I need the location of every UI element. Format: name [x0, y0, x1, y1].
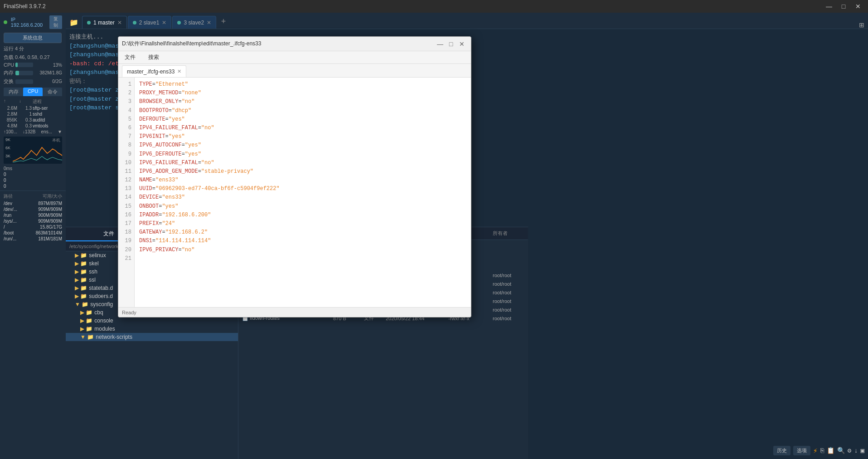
editor-status: Ready — [122, 310, 136, 315]
disk-row-7: /run/...181M/181M — [0, 236, 66, 242]
editor-dialog: D:\软件\Finallshell\finalshell\temp\edit\m… — [118, 36, 471, 317]
tab-label-slave2: 3 slave2 — [184, 20, 204, 26]
sidebar-tab-cmd[interactable]: 命令 — [43, 88, 62, 96]
disk-row-3: /run900M/909M — [0, 212, 66, 218]
disk-header: 路径 可用/大小 — [0, 192, 66, 200]
tab-slave2[interactable]: 3 slave2 ✕ — [172, 16, 216, 29]
folder-icon-sudoers: ▶ 📁 — [75, 293, 87, 299]
sidebar-divider — [0, 190, 66, 191]
load-label: 负载 0.46, 0.58, 0.27 — [0, 54, 66, 61]
download-icon[interactable]: ↓ — [854, 447, 858, 454]
disk-row-6: /boot863M/1014M — [0, 230, 66, 236]
maximize-button[interactable]: □ — [837, 2, 850, 11]
editor-menubar: 文件 搜索 — [118, 51, 471, 64]
editor-close-button[interactable]: ✕ — [456, 39, 467, 49]
options-button[interactable]: 选项 — [793, 446, 810, 455]
net-stats-3: 0 — [0, 183, 66, 189]
editor-statusbar: Ready — [118, 307, 471, 317]
disk-row-5: /15.8G/17G — [0, 224, 66, 230]
editor-tab-main[interactable]: master_.ifcfg-ens33 ✕ — [122, 65, 186, 77]
swap-bar-row: 交换 0/2G — [0, 77, 66, 86]
net-traffic-row: ↑100... ↓132B ens... ▼ — [0, 129, 66, 135]
folder-icon-statetab: ▶ 📁 — [75, 285, 87, 291]
tab-bar-right: ⊞ — [859, 21, 868, 29]
latency-row: 0ms — [0, 166, 66, 171]
cpu-bar-track — [15, 63, 33, 67]
tab-label-slave1: 2 slave1 — [139, 20, 160, 26]
cpu-bar-fill — [15, 63, 18, 67]
process-header: ↑ ↓ 进程 — [0, 98, 66, 105]
copy-icon[interactable]: ⎘ — [820, 447, 824, 454]
folder-icon-console: ▶ 📁 — [80, 317, 92, 324]
net-stats-2: 0 — [0, 177, 66, 183]
tab-close-slave1[interactable]: ✕ — [162, 20, 166, 26]
mem-val: 382M/1.8G — [35, 70, 62, 75]
tab-close-slave2[interactable]: ✕ — [207, 20, 211, 26]
editor-minimize-button[interactable]: — — [435, 39, 446, 49]
tab-master[interactable]: 1 master ✕ — [82, 16, 127, 29]
folder-icon-cbq: ▶ 📁 — [80, 309, 92, 316]
editor-maximize-button[interactable]: □ — [446, 39, 456, 49]
uptime-label: 运行 4 分 — [0, 44, 66, 54]
history-button[interactable]: 历史 — [773, 446, 790, 455]
tab-slave1[interactable]: 2 slave1 ✕ — [128, 16, 172, 29]
minimize-button[interactable]: — — [823, 2, 835, 11]
mem-bar-row: 内存 382M/1.8G — [0, 68, 66, 77]
grid-icon[interactable]: ⊞ — [859, 21, 864, 29]
tree-modules[interactable]: ▶ 📁 modules — [66, 325, 238, 333]
swap-val: 0/2G — [35, 79, 62, 84]
sidebar: IP 192.168.6.200 复制 系统信息 运行 4 分 负载 0.46,… — [0, 13, 66, 459]
process-row-3: 856K 0.3 auditd — [0, 117, 66, 123]
sys-info-button[interactable]: 系统信息 — [4, 33, 62, 43]
editor-tabs: master_.ifcfg-ens33 ✕ — [118, 64, 471, 78]
folder-icon-skel: ▶ 📁 — [75, 260, 87, 267]
line-numbers: 123456789101112131415161718192021 — [118, 78, 135, 307]
cpu-bar-row: CPU 13% — [0, 61, 66, 68]
menu-file[interactable]: 文件 — [122, 53, 138, 62]
folder-icon-modules: ▶ 📁 — [80, 326, 92, 332]
copy-ip-button[interactable]: 复制 — [49, 15, 62, 29]
connection-status-dot — [4, 20, 7, 24]
editor-tab-close[interactable]: ✕ — [177, 68, 181, 74]
folder-icon[interactable]: 📁 — [68, 18, 80, 27]
menu-search[interactable]: 搜索 — [145, 53, 162, 62]
net-stats-1: 0 — [0, 171, 66, 177]
close-button[interactable]: ✕ — [852, 2, 864, 11]
network-chart: 9K 6K 3K 本机 — [4, 137, 62, 164]
editor-title: D:\软件\Finallshell\finalshell\temp\edit\m… — [122, 40, 435, 48]
editor-content: 123456789101112131415161718192021 TYPE="… — [118, 78, 471, 307]
col-owner: 所有者 — [493, 230, 524, 237]
tab-dot-slave1 — [133, 21, 136, 24]
terminal-icon[interactable]: ▣ — [861, 447, 864, 454]
paste-icon[interactable]: 📋 — [827, 447, 834, 454]
lightning-icon[interactable]: ⚡ — [813, 446, 818, 455]
tab-dot-slave2 — [177, 21, 181, 24]
new-tab-button[interactable]: + — [217, 15, 230, 28]
folder-icon-selinux: ▶ 📁 — [75, 252, 87, 259]
bottom-toolbar: 历史 选项 ⚡ ⎘ 📋 🔍 ⚙ ↓ ▣ — [773, 446, 864, 455]
cpu-val: 13% — [35, 63, 62, 68]
disk-row-2: /dev/...909M/909M — [0, 206, 66, 212]
sidebar-tab-cpu[interactable]: CPU — [23, 88, 43, 96]
titlebar: FinalShell 3.9.7.2 — □ ✕ — [0, 0, 868, 13]
tab-label-master: 1 master — [93, 20, 115, 26]
mem-bar-fill — [15, 71, 19, 75]
sidebar-tabs: 内存 CPU 命令 — [4, 88, 62, 96]
folder-icon-network: ▼ 📁 — [80, 334, 94, 340]
tree-network-scripts[interactable]: ▼ 📁 network-scripts — [66, 333, 238, 341]
search-icon[interactable]: 🔍 — [837, 447, 845, 454]
process-row-4: 4.8M 0.3 vmtools — [0, 123, 66, 129]
tab-bar: 📁 1 master ✕ 2 slave1 ✕ 3 slave2 ✕ + ⊞ — [66, 13, 868, 29]
code-content[interactable]: TYPE="Ethernet"PROXY_METHOD="none"BROWSE… — [135, 78, 471, 307]
folder-icon-sysconfig: ▼ 📁 — [75, 301, 88, 308]
sidebar-tab-mem[interactable]: 内存 — [4, 88, 23, 96]
ip-row: IP 192.168.6.200 复制 — [0, 13, 66, 32]
process-row-2: 2.8M 1 sshd — [0, 111, 66, 117]
editor-titlebar: D:\软件\Finallshell\finalshell\temp\edit\m… — [118, 37, 471, 51]
disk-row-1: /dev897M/897M — [0, 200, 66, 206]
tree-console[interactable]: ▶ 📁 console — [66, 317, 238, 325]
tab-close-master[interactable]: ✕ — [117, 20, 122, 26]
gear-icon[interactable]: ⚙ — [848, 447, 851, 454]
swap-label: 交换 — [4, 78, 14, 85]
disk-row-4: /sys/...909M/909M — [0, 218, 66, 224]
